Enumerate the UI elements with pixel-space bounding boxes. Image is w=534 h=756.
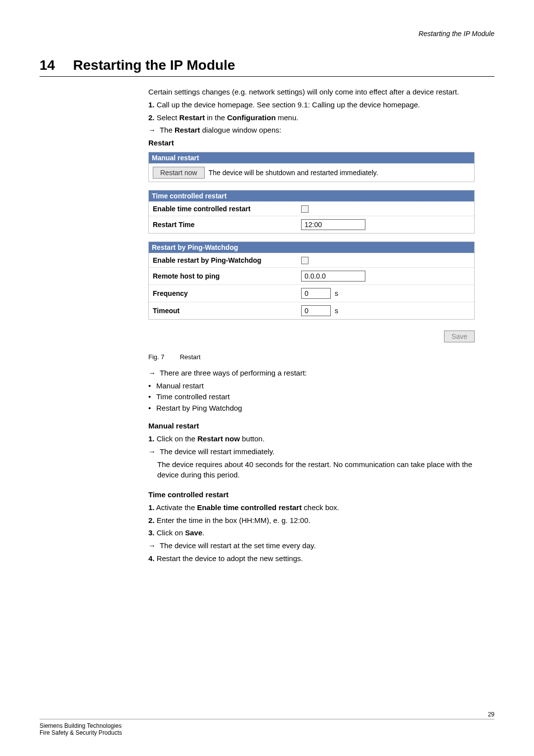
step-number: 1. [148, 100, 155, 109]
result-text: dialogue window opens: [200, 126, 281, 134]
footer-line-2: Fire Safety & Security Products [40, 729, 494, 736]
manual-note: The device requires about 40 seconds for… [148, 459, 475, 481]
unit-label: s [335, 307, 338, 315]
chapter-number: 14 [40, 57, 69, 73]
step-text: menu. [276, 113, 299, 122]
field-label: Restart Time [153, 221, 301, 229]
result-text: The [158, 126, 175, 134]
step-number: 3. [148, 528, 155, 537]
dialog-title: Restart [148, 139, 475, 147]
result-text: The device will restart immediately. [158, 447, 274, 456]
time-step-4: 4. Restart the device to adopt the new s… [148, 553, 475, 564]
list-item: Restart by Ping Watchdog [148, 403, 475, 414]
frequency-input[interactable] [301, 288, 331, 299]
section-heading-manual: Manual restart [148, 421, 475, 431]
chapter-rule [40, 76, 494, 77]
step-text-bold: Restart now [197, 434, 240, 443]
arrow-icon: → [148, 369, 156, 377]
manual-step-1: 1. Click on the Restart now button. [148, 433, 475, 444]
time-step-2: 2. Enter the time in the box (HH:MM), e.… [148, 515, 475, 526]
panel-time-restart: Time controlled restart Enable time cont… [148, 190, 475, 234]
remote-host-input[interactable] [301, 271, 365, 282]
figure-caption: Fig. 7 Restart [148, 353, 475, 361]
ways-list: Manual restart Time controlled restart R… [148, 380, 475, 414]
ways-text: There are three ways of performing a res… [158, 369, 307, 377]
step-number: 2. [148, 516, 155, 524]
enable-ping-watchdog-checkbox[interactable] [301, 257, 309, 264]
step-text-bold: Configuration [227, 113, 275, 122]
timeout-input[interactable] [301, 305, 331, 316]
save-button[interactable]: Save [444, 331, 475, 342]
section-heading-time: Time controlled restart [148, 489, 475, 500]
step-2: 2. Select Restart in the Configuration m… [148, 112, 475, 123]
result-text: The device will restart at the set time … [158, 541, 316, 550]
field-label: Enable restart by Ping-Watchdog [153, 256, 301, 264]
figure-number: Fig. 7 [148, 353, 178, 361]
field-label: Enable time controlled restart [153, 205, 301, 213]
intro-text: Certain settings changes (e.g. network s… [148, 87, 475, 97]
result-text-bold: Restart [175, 126, 200, 134]
figure-title: Restart [180, 353, 201, 361]
page-number: 29 [488, 710, 494, 719]
result-line: → The Restart dialogue window opens: [148, 125, 475, 136]
footer-line-1: Siemens Building Technologies [40, 722, 494, 729]
list-item: Manual restart [148, 380, 475, 392]
step-text: check box. [302, 503, 339, 512]
unit-label: s [335, 289, 338, 297]
footer-rule [40, 719, 494, 719]
enable-time-restart-checkbox[interactable] [301, 205, 309, 213]
panel-header: Restart by Ping-Watchdog [149, 242, 474, 253]
step-text: button. [240, 434, 265, 443]
time-step-1: 1. Activate the Enable time controlled r… [148, 502, 475, 513]
step-1: 1. Call up the device homepage. See sect… [148, 99, 475, 110]
running-header: Restarting the IP Module [40, 30, 494, 38]
panel-ping-watchdog: Restart by Ping-Watchdog Enable restart … [148, 241, 475, 320]
step-text: Click on the [155, 434, 198, 443]
step-number: 1. [148, 503, 155, 512]
field-label: Frequency [153, 289, 301, 297]
chapter-title: Restarting the IP Module [73, 57, 235, 73]
step-text: in the [205, 113, 227, 122]
step-text-bold: Enable time controlled restart [197, 503, 302, 512]
step-text: Enter the time in the box (HH:MM), e. g.… [155, 516, 311, 524]
step-text: Restart the device to adopt the new sett… [155, 554, 303, 563]
arrow-icon: → [148, 541, 156, 550]
step-text: Select [155, 113, 179, 122]
ways-intro: → There are three ways of performing a r… [148, 368, 475, 378]
step-text: Call up the device homepage. See section… [155, 100, 420, 109]
list-item: Time controlled restart [148, 391, 475, 403]
panel-header: Time controlled restart [149, 190, 474, 201]
field-label: Timeout [153, 307, 301, 315]
time-result: → The device will restart at the set tim… [148, 540, 475, 551]
manual-result: → The device will restart immediately. [148, 446, 475, 457]
arrow-icon: → [148, 126, 156, 134]
panel-desc: The device will be shutdown and restarte… [205, 169, 470, 177]
field-label: Remote host to ping [153, 272, 301, 280]
chapter-heading: 14 Restarting the IP Module [40, 57, 494, 76]
time-step-3: 3. Click on Save. [148, 527, 475, 538]
panel-manual-restart: Manual restart Restart now The device wi… [148, 152, 475, 182]
step-text: Click on [155, 528, 185, 537]
step-text-bold: Restart [179, 113, 205, 122]
step-number: 1. [148, 434, 155, 443]
step-number: 4. [148, 554, 155, 563]
step-text-bold: Save [185, 528, 202, 537]
step-text: . [202, 528, 204, 537]
step-number: 2. [148, 113, 155, 122]
panel-header: Manual restart [149, 152, 474, 163]
restart-now-button[interactable]: Restart now [153, 167, 205, 179]
arrow-icon: → [148, 447, 156, 456]
step-text: Activate the [155, 503, 197, 512]
restart-time-input[interactable] [301, 219, 365, 230]
